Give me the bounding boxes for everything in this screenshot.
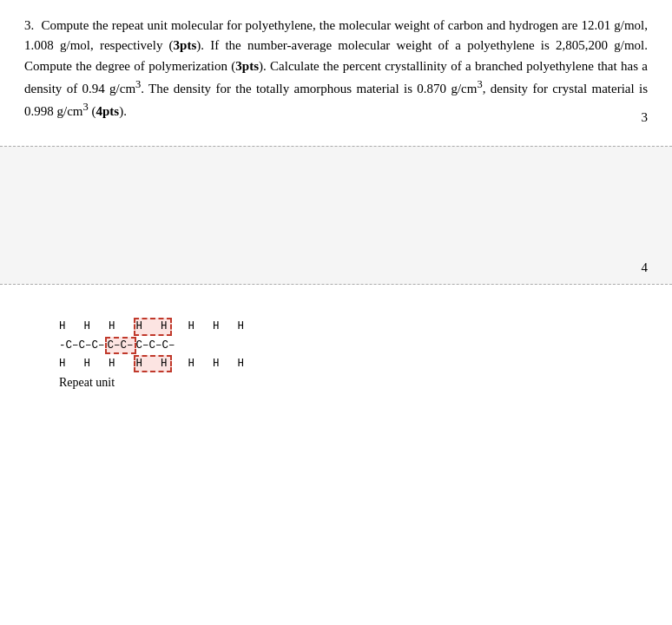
question-text: 3. Compute the repeat unit molecular for…	[24, 16, 648, 122]
repeat-unit-c-box: C–C–	[105, 337, 136, 354]
page-number-top-value: 3	[642, 110, 649, 124]
question-paragraph: 3. Compute the repeat unit molecular for…	[24, 16, 648, 122]
page-divider: 4	[0, 146, 672, 285]
mol-row-h-top: H H H H H H H H	[59, 318, 246, 335]
page-top-section: 3. Compute the repeat unit molecular for…	[0, 0, 672, 130]
mol-row-h-bottom: H H H H H H H H	[59, 355, 246, 372]
molecule-diagram: H H H H H H H H -C–C–C–C–C–C–C–C– H H H …	[59, 318, 246, 372]
repeat-unit-label: Repeat unit	[59, 376, 115, 390]
pts-4: 4pts	[96, 104, 120, 118]
answer-section: H H H H H H H H -C–C–C–C–C–C–C–C– H H H …	[0, 285, 672, 476]
repeat-unit-h-bottom-box: H H	[134, 355, 172, 372]
page-number-bottom-in-divider: 4	[642, 260, 649, 275]
pts-3a: 3pts	[174, 38, 197, 52]
mol-row-c-middle: -C–C–C–C–C–C–C–C–	[59, 337, 246, 354]
page-number-top: 3	[642, 110, 649, 125]
diagram-area: H H H H H H H H -C–C–C–C–C–C–C–C– H H H …	[24, 318, 648, 390]
repeat-unit-box: H H	[134, 318, 172, 335]
pts-3b: 3pts	[235, 59, 259, 73]
repeat-unit-label-text: Repeat unit	[59, 376, 115, 389]
page-number-bottom-value: 4	[642, 260, 649, 274]
